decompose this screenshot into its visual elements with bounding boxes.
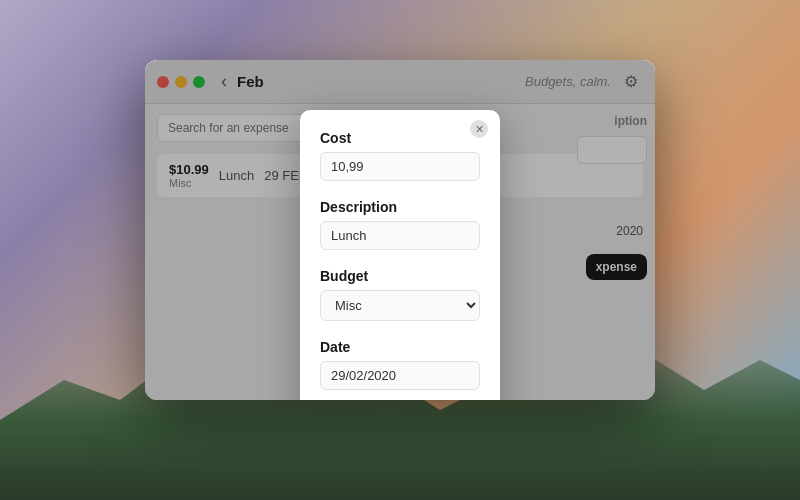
date-field: Date <box>320 339 480 390</box>
date-input[interactable] <box>320 361 480 390</box>
date-label: Date <box>320 339 480 355</box>
modal-body: Cost Description Budget Misc Food Transp… <box>300 110 500 400</box>
cost-input[interactable] <box>320 152 480 181</box>
budget-label: Budget <box>320 268 480 284</box>
description-label: Description <box>320 199 480 215</box>
modal-close-button[interactable]: ✕ <box>470 120 488 138</box>
cost-label: Cost <box>320 130 480 146</box>
cost-field: Cost <box>320 130 480 181</box>
description-input[interactable] <box>320 221 480 250</box>
edit-expense-modal: ✕ Cost Description Budget Misc Food Tran… <box>300 110 500 400</box>
budget-field: Budget Misc Food Transport Entertainment <box>320 268 480 321</box>
app-window: ‹ Feb Budgets, calm. ⚙ $10.99 Misc Lunch <box>145 60 655 400</box>
budget-select[interactable]: Misc Food Transport Entertainment <box>320 290 480 321</box>
description-field: Description <box>320 199 480 250</box>
